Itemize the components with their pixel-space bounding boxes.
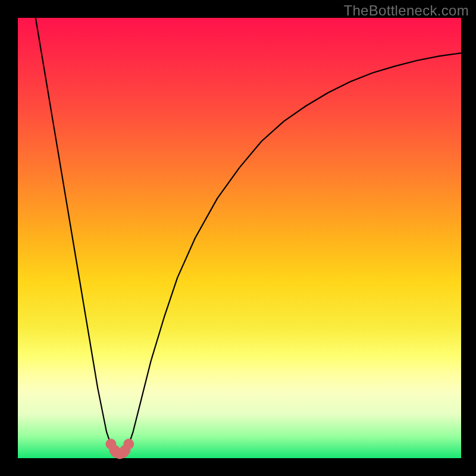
trough-marker bbox=[123, 439, 134, 449]
bottleneck-curve bbox=[36, 18, 461, 454]
plot-area bbox=[18, 18, 461, 458]
curve-layer bbox=[18, 18, 461, 458]
watermark-text: TheBottleneck.com bbox=[343, 2, 469, 19]
trough-markers bbox=[105, 439, 134, 459]
chart-frame: TheBottleneck.com bbox=[0, 0, 476, 476]
